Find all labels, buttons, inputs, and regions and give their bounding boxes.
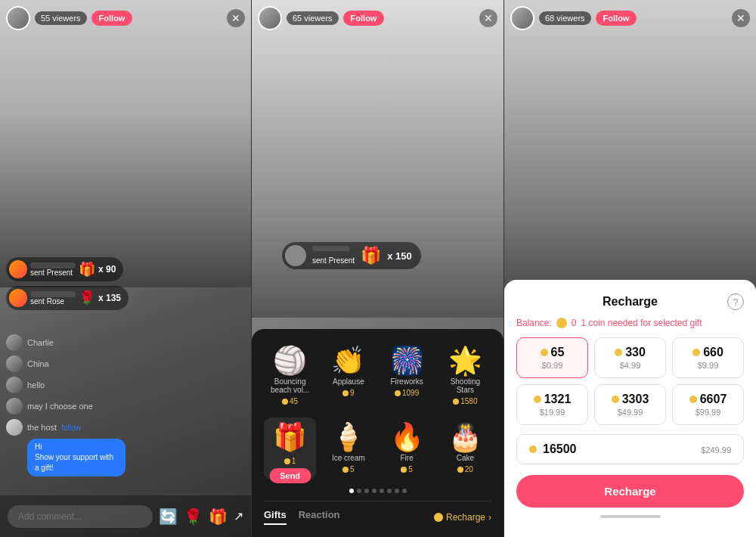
coin-dot-2 (342, 390, 349, 396)
gift-item-cake[interactable]: 🎂 Cake 20 (439, 417, 491, 480)
dot-7 (395, 489, 399, 493)
coin-option-1321[interactable]: 1321 $19.99 (516, 384, 588, 425)
coin-dot-4 (453, 399, 459, 405)
streamer-info-right: 68 viewers Follow (510, 6, 637, 30)
follow-button-left[interactable]: Follow (91, 11, 133, 26)
recharge-button[interactable]: Recharge (516, 475, 744, 508)
gift-item-applause[interactable]: 👏 Applause 9 (322, 341, 374, 411)
home-bar (600, 515, 661, 518)
coin-option-660[interactable]: 660 $9.99 (672, 337, 744, 378)
streamer-info-mid: 65 viewers Follow (258, 6, 384, 30)
chevron-right-icon: › (488, 512, 491, 523)
coin-price-16500: $249.99 (701, 445, 731, 455)
coin-amount-1321: 1321 (522, 393, 583, 406)
close-button-left[interactable]: ✕ (227, 9, 245, 27)
gift-cost-beach-ball: 45 (282, 397, 298, 405)
coin-option-16500[interactable]: 16500 $249.99 (516, 434, 744, 464)
coin-option-3303[interactable]: 3303 $49.99 (594, 384, 666, 425)
gift-cost-ice-cream: 5 (342, 465, 355, 473)
close-button-mid[interactable]: ✕ (479, 9, 497, 27)
recharge-link[interactable]: Recharge › (434, 512, 491, 523)
gift-cost-cake: 20 (457, 465, 473, 473)
coin-dot-6 (342, 467, 349, 473)
present-user-name (312, 246, 350, 251)
coin-dot-7 (401, 467, 407, 473)
help-icon[interactable]: ? (727, 293, 744, 310)
gift-item-ice-cream[interactable]: 🍦 Ice cream 5 (322, 417, 374, 480)
recharge-link-label: Recharge (446, 512, 485, 523)
present-user-avatar (285, 245, 306, 266)
coin-price-65: $0.99 (522, 361, 583, 370)
follow-button-right[interactable]: Follow (596, 11, 637, 26)
gift-emoji-shooting-stars: 🌟 (448, 347, 482, 374)
coin-icon-16500 (529, 445, 537, 453)
coin-dot-3 (395, 390, 401, 396)
coin-option-6607[interactable]: 6607 $99.99 (672, 384, 744, 425)
dot-3 (364, 489, 369, 493)
gift-emoji-1: 🎁 (79, 261, 95, 278)
gift-action-1: sent Present (30, 268, 76, 277)
gift-cost-fire: 5 (401, 465, 413, 473)
stream-header-mid: 65 viewers Follow ✕ (258, 6, 497, 30)
share-icon-left[interactable]: 🔄 (159, 508, 178, 526)
gift-notification-1: sent Present 🎁 x 90 (6, 257, 123, 281)
coin-icon-65 (541, 349, 548, 356)
dot-5 (380, 489, 384, 493)
stream-header-left: 55 viewers Follow ✕ (6, 6, 245, 30)
present-count: x 150 (387, 250, 412, 262)
gift-item-fire[interactable]: 🔥 Fire 5 (381, 417, 433, 480)
coin-amount-16500: 16500 (529, 442, 577, 456)
gift-item-shooting-stars[interactable]: 🌟 Shooting Stars 1580 (439, 341, 491, 411)
gift-emoji-2: 🌹 (79, 290, 95, 306)
recharge-header: Recharge ? (516, 293, 744, 310)
gift-item-fireworks[interactable]: 🎆 Fireworks 1099 (381, 341, 433, 411)
coin-dot-5 (284, 458, 290, 464)
comment-input-left[interactable] (8, 505, 153, 528)
gift-name-fire: Fire (401, 454, 414, 462)
chat-name-2: China (27, 359, 49, 368)
gift-cost-applause: 9 (342, 389, 355, 397)
coin-icon-1321 (534, 396, 541, 403)
gift-user-name-2 (30, 291, 76, 297)
chat-avatar-1 (6, 334, 23, 351)
gift-action-2: sent Rose (30, 297, 76, 306)
coin-amount-330: 330 (600, 346, 661, 359)
balance-amount: 0 (572, 318, 577, 328)
chat-name-1: Charlie (27, 338, 54, 347)
tab-gifts[interactable]: Gifts (264, 509, 287, 525)
send-button[interactable]: Send (269, 468, 311, 483)
close-button-right[interactable]: ✕ (732, 9, 750, 27)
gift-cost-gift-box: 1 (284, 457, 296, 465)
viewer-count-mid: 65 viewers (287, 11, 339, 25)
coin-price-330: $4.99 (600, 361, 661, 370)
gift-emoji-gift-box: 🎁 (273, 424, 307, 451)
gifts-panel: 🏐 Bouncing beach vol... 45 👏 Applause 9 … (252, 329, 503, 537)
dot-4 (372, 489, 376, 493)
gift-icon-left[interactable]: 🎁 (209, 508, 228, 526)
chat-avatar-2 (6, 355, 23, 372)
viewer-count-left: 55 viewers (35, 11, 87, 25)
coin-option-65[interactable]: 65 $0.99 (516, 337, 588, 378)
dot-1 (349, 489, 354, 493)
gift-item-gift-box[interactable]: 🎁 1 Send (264, 417, 316, 480)
chat-name-4: may I choose one (27, 402, 93, 411)
chat-avatar-3 (6, 377, 23, 393)
chat-message-3: hello (6, 377, 172, 393)
tab-reaction[interactable]: Reaction (299, 509, 340, 525)
follow-action-link[interactable]: follow (61, 424, 81, 432)
coin-price-1321: $19.99 (522, 408, 583, 417)
home-indicator (516, 515, 744, 518)
gift-item-beach-ball[interactable]: 🏐 Bouncing beach vol... 45 (264, 341, 316, 411)
rose-icon-left[interactable]: 🌹 (184, 508, 203, 526)
coin-amount-3303: 3303 (600, 393, 661, 406)
coin-icon-3303 (612, 396, 619, 403)
send-icon-left[interactable]: ↗ (234, 509, 243, 523)
stream-video-right (504, 0, 756, 287)
gift-user-avatar-2 (9, 289, 27, 307)
bottom-bar-left: 🔄 🌹 🎁 ↗ (0, 495, 251, 537)
gift-user-avatar-1 (9, 260, 27, 278)
coin-option-330[interactable]: 330 $4.99 (594, 337, 666, 378)
page-dot-indicator (264, 489, 491, 493)
speech-bubble-container: Hi Show your support with a gift! (27, 439, 172, 476)
follow-button-mid[interactable]: Follow (343, 11, 385, 26)
